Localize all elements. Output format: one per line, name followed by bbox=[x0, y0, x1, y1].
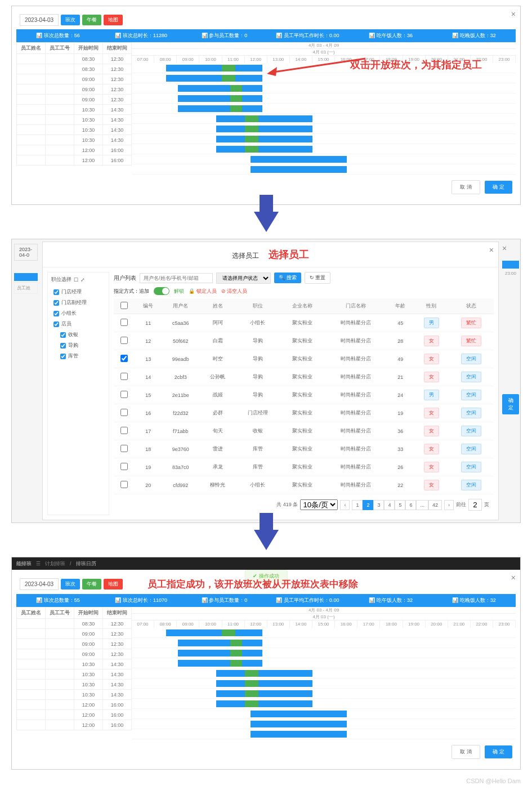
tree-item[interactable]: 库管 bbox=[51, 351, 105, 361]
map-button[interactable]: 地图 bbox=[104, 15, 123, 25]
gantt-row[interactable] bbox=[132, 689, 516, 699]
gantt-row[interactable] bbox=[132, 729, 516, 739]
close-icon[interactable]: × bbox=[489, 245, 494, 254]
row-checkbox[interactable] bbox=[120, 409, 128, 416]
tree-checkbox[interactable] bbox=[53, 300, 59, 306]
view-button[interactable]: 班次 bbox=[61, 15, 80, 25]
user-row[interactable]: 142cbf3公孙帆导购聚实鞋业时尚鞋星分店21 女 空闲 bbox=[114, 368, 494, 386]
tree-checkbox[interactable] bbox=[53, 289, 59, 295]
gantt-row[interactable] bbox=[132, 144, 516, 154]
gantt-row[interactable] bbox=[132, 638, 516, 648]
gantt-row[interactable] bbox=[132, 93, 516, 104]
page-number[interactable]: ... bbox=[416, 500, 428, 510]
map-button[interactable]: 地图 bbox=[104, 579, 123, 589]
clear-people-link[interactable]: ⊘ 清空人员 bbox=[221, 288, 248, 295]
row-checkbox[interactable] bbox=[120, 445, 128, 452]
view-button[interactable]: 班次 bbox=[61, 579, 80, 589]
next-page[interactable]: › bbox=[444, 500, 454, 510]
close-icon[interactable]: × bbox=[511, 10, 516, 19]
page-number[interactable]: 6 bbox=[405, 500, 416, 510]
user-row[interactable]: 1250f662白霜导购聚实鞋业时尚鞋星分店28 女 繁忙 bbox=[114, 332, 494, 350]
tree-item[interactable]: 收银 bbox=[51, 329, 105, 340]
gantt-row[interactable] bbox=[132, 699, 516, 709]
prev-page[interactable]: ‹ bbox=[340, 500, 350, 510]
tree-checkbox[interactable] bbox=[53, 321, 59, 327]
stat-item: 📊 参与员工数量：0 bbox=[183, 594, 266, 607]
date-display[interactable]: 2023-04-03 bbox=[20, 578, 59, 590]
tree-item[interactable]: 门店经理 bbox=[51, 287, 105, 297]
row-checkbox[interactable] bbox=[120, 373, 128, 380]
date-display[interactable]: 2023-04-03 bbox=[20, 14, 59, 26]
tree-checkbox[interactable] bbox=[53, 311, 59, 316]
gantt-row[interactable] bbox=[132, 124, 516, 134]
user-row[interactable]: 16f22d32必群门店经理聚实鞋业时尚鞋星分店19 女 空闲 bbox=[114, 404, 494, 422]
append-toggle[interactable] bbox=[154, 287, 169, 295]
row-checkbox[interactable] bbox=[120, 481, 128, 488]
date-display[interactable]: 2023-04-0 bbox=[14, 244, 38, 261]
goto-input[interactable] bbox=[468, 499, 482, 511]
row-checkbox[interactable] bbox=[120, 319, 128, 326]
row-checkbox[interactable] bbox=[120, 391, 128, 398]
unlock-label: 解锁 bbox=[174, 288, 184, 295]
ok-button[interactable]: 确 定 bbox=[485, 181, 512, 194]
page-number[interactable]: 5 bbox=[395, 500, 405, 510]
user-row[interactable]: 11c5aa36阿珂小组长聚实鞋业时尚鞋星分店45 男 繁忙 bbox=[114, 314, 494, 332]
menu-icon[interactable]: ☰ bbox=[36, 561, 41, 566]
row-checkbox[interactable] bbox=[120, 355, 128, 362]
gantt-row[interactable] bbox=[132, 668, 516, 678]
page-number[interactable]: 42 bbox=[428, 500, 442, 510]
cancel-button[interactable]: 取 消 bbox=[451, 180, 480, 194]
row-checkbox[interactable] bbox=[120, 337, 128, 344]
user-row[interactable]: 17f71abb旬天收银聚实鞋业时尚鞋星分店36 女 空闲 bbox=[114, 422, 494, 440]
status-select[interactable]: 请选择用户状态 bbox=[216, 273, 271, 284]
user-row[interactable]: 189e3760雷进库管聚实鞋业时尚鞋星分店33 女 空闲 bbox=[114, 440, 494, 458]
user-row[interactable]: 1399eadb时空导购聚实鞋业时尚鞋星分店49 女 空闲 bbox=[114, 350, 494, 368]
search-button[interactable]: 🔍 搜索 bbox=[274, 273, 301, 283]
user-row[interactable]: 20cfd992柳怜光小组长聚实鞋业时尚鞋星分店22 女 空闲 bbox=[114, 476, 494, 494]
tree-checkbox[interactable] bbox=[60, 354, 66, 359]
breadcrumb-a[interactable]: 计划排班 bbox=[45, 560, 65, 568]
row-checkbox[interactable] bbox=[120, 427, 128, 434]
lunch-button[interactable]: 午餐 bbox=[82, 579, 101, 589]
user-row[interactable]: 1983a7c0承龙库管聚实鞋业时尚鞋星分店26 女 空闲 bbox=[114, 458, 494, 476]
gantt-row[interactable] bbox=[132, 154, 516, 164]
page-number[interactable]: 3 bbox=[373, 500, 384, 510]
tree-item[interactable]: 店员 bbox=[51, 319, 105, 329]
flow-arrow-icon bbox=[254, 530, 279, 550]
page-number[interactable]: 1 bbox=[352, 500, 363, 510]
gantt-row[interactable] bbox=[132, 678, 516, 689]
select-all-checkbox[interactable] bbox=[120, 302, 128, 309]
gantt-row[interactable] bbox=[132, 658, 516, 668]
page-number[interactable]: 2 bbox=[363, 500, 373, 510]
tree-checkbox[interactable] bbox=[60, 343, 66, 349]
expand-icon[interactable]: ⤢ bbox=[81, 277, 85, 283]
gantt-row[interactable] bbox=[132, 134, 516, 144]
gantt-row[interactable] bbox=[132, 719, 516, 729]
gantt-row[interactable] bbox=[132, 164, 516, 175]
lunch-button[interactable]: 午餐 bbox=[82, 15, 101, 25]
gantt-row[interactable] bbox=[132, 648, 516, 658]
page-number[interactable]: 4 bbox=[384, 500, 395, 510]
gantt-row[interactable] bbox=[132, 628, 516, 638]
ok-button[interactable]: 确 定 bbox=[502, 394, 519, 414]
gantt-row[interactable] bbox=[132, 83, 516, 93]
breadcrumb-b[interactable]: 排班日历 bbox=[76, 560, 96, 568]
gantt-row[interactable] bbox=[132, 709, 516, 719]
search-input[interactable] bbox=[140, 273, 213, 283]
close-icon[interactable]: × bbox=[511, 573, 516, 582]
tree-checkbox[interactable] bbox=[60, 332, 66, 338]
lock-people-link[interactable]: 🔒 锁定人员 bbox=[189, 288, 217, 295]
cancel-button[interactable]: 取 消 bbox=[451, 745, 480, 759]
ok-button[interactable]: 确 定 bbox=[485, 745, 512, 758]
user-row[interactable]: 152e11be战姬导购聚实鞋业时尚鞋星分店24 男 空闲 bbox=[114, 386, 494, 404]
close-icon[interactable]: × bbox=[502, 244, 507, 253]
tree-item[interactable]: 导购 bbox=[51, 340, 105, 351]
tree-item[interactable]: 门店副经理 bbox=[51, 297, 105, 308]
row-checkbox[interactable] bbox=[120, 463, 128, 470]
gantt-row[interactable] bbox=[132, 104, 516, 114]
tree-item[interactable]: 小组长 bbox=[51, 308, 105, 319]
gantt-row[interactable] bbox=[132, 114, 516, 124]
checkbox-icon[interactable]: ☐ bbox=[74, 277, 78, 283]
page-size-select[interactable]: 10条/页 bbox=[300, 499, 338, 510]
reset-button[interactable]: ↻ 重置 bbox=[305, 272, 331, 284]
